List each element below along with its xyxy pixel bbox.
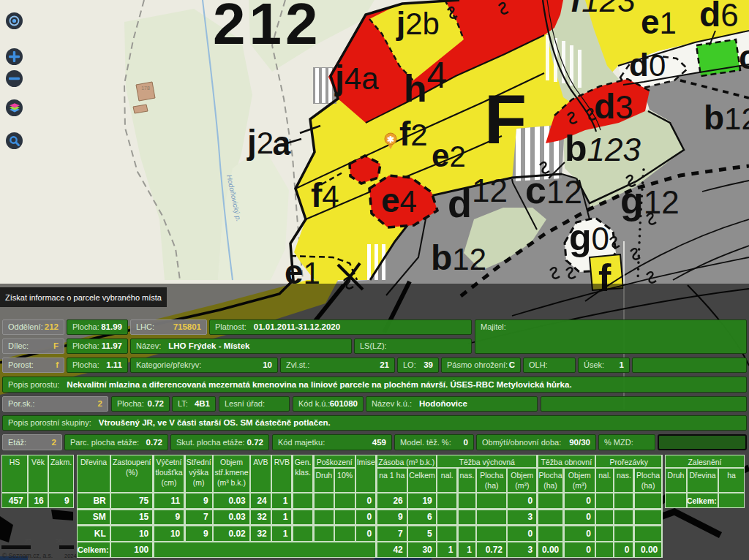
group-header-Zásoba (m³ b.k.): Zásoba (m³ b.k.) xyxy=(377,455,436,467)
locate-button[interactable] xyxy=(6,12,23,29)
table-row-cell xyxy=(477,526,506,541)
stand-label-c12: c12 xyxy=(525,169,582,211)
zoom-in-button[interactable] xyxy=(6,48,23,65)
field-label: LT: xyxy=(173,399,188,408)
stand-label-e2: e2 xyxy=(432,137,466,173)
field-value: 10 xyxy=(263,360,272,369)
table-row-cell: 32 xyxy=(251,510,271,525)
field-label: Skut. plocha etáže: xyxy=(171,438,245,447)
sub-header-Objem: Objem(m³) xyxy=(565,469,595,492)
table-row-cell xyxy=(635,510,661,525)
field-value: 21 xyxy=(380,360,389,369)
field-label: Popis porostu: xyxy=(3,380,59,389)
field-plocha-: Plocha:1.11 xyxy=(67,357,128,374)
field-value: LHO Frýdek - Místek xyxy=(168,341,249,350)
group-header-Těžba výchovná: Těžba výchovná xyxy=(437,455,536,467)
field-label: Popis porostní skupiny: xyxy=(3,418,91,427)
total-cell: 0 xyxy=(565,542,595,557)
field-label: Úsek: xyxy=(579,360,604,369)
table-row-cell xyxy=(477,493,506,508)
table-row-cell: 10 xyxy=(154,526,184,541)
search-icon xyxy=(9,135,20,147)
field-value: 90/30 xyxy=(569,438,590,447)
table-row-cell: 0 xyxy=(508,493,536,508)
table-row-cell xyxy=(596,493,613,508)
field-label: Kód majetku: xyxy=(273,438,325,447)
table-row-cell: 6 xyxy=(408,510,436,525)
field-empty xyxy=(541,396,747,412)
building-footprint xyxy=(136,82,155,101)
col-header-Střední: Střednívýška(m) xyxy=(186,455,212,492)
search-button[interactable] xyxy=(6,132,23,149)
field-model-t-%-: Model. těž. %:0 xyxy=(394,434,474,450)
field-k-d-k-: Kód k.ú.:601080 xyxy=(293,396,364,412)
field-olh-: OLH: xyxy=(523,357,576,374)
stand-label-j4a: j4a xyxy=(334,58,379,97)
field--sek-: Úsek:1 xyxy=(578,357,630,374)
zoom-out-button[interactable] xyxy=(6,70,23,87)
table-row-cell xyxy=(437,526,456,541)
col-header-Dřevina: Dřevina xyxy=(78,455,110,492)
table-row-cell xyxy=(635,526,661,541)
field-label: Plocha: xyxy=(112,399,144,408)
sub-header-Plocha: Plocha(ha) xyxy=(477,469,506,492)
field-value: 715801 xyxy=(173,322,201,331)
sub-header-nal.: nal. xyxy=(437,469,456,492)
zalesneni-row-cell xyxy=(666,493,686,507)
field-ls-lz-: LS(LZ): xyxy=(354,338,472,355)
table-row-cell: 0 xyxy=(565,493,595,508)
layers-button[interactable] xyxy=(6,99,23,116)
field-zvl-st-: Zvl.st.:21 xyxy=(280,357,395,374)
parcel-green-d6 xyxy=(696,39,740,76)
sub-header-na 1 ha: na 1 ha xyxy=(377,469,407,492)
stand-label-F: F xyxy=(484,80,527,158)
field-label: Plocha: xyxy=(67,322,99,331)
field-label: LS(LZ): xyxy=(355,341,387,350)
field-plocha-: Plocha:0.72 xyxy=(111,396,170,412)
col-header-Věk: Věk xyxy=(29,455,48,492)
total-cell: 100 xyxy=(111,542,152,557)
field-value: 601080 xyxy=(330,399,358,408)
field-value: Nekvalitní mlazina a diferencovaná mezer… xyxy=(67,380,571,389)
table-row-cell: 0 xyxy=(356,493,375,508)
field-value: F xyxy=(53,341,59,350)
table-row-cell: 3 xyxy=(508,510,536,525)
sub-header-10%: 10% xyxy=(335,469,354,492)
field-label: Model. těž. %: xyxy=(395,438,451,447)
left-row-value: 9 xyxy=(49,493,73,507)
field-label: Lesní úřad: xyxy=(219,399,265,408)
field-lt-: LT:4B1 xyxy=(172,396,216,412)
group-header-zalesneni: Zalesnění xyxy=(666,455,744,467)
field-label: Oddělení: xyxy=(3,322,43,331)
field-value: C xyxy=(509,360,515,369)
total-merged-cell xyxy=(154,542,376,557)
table-row-cell xyxy=(335,526,354,541)
sub-header-nas.: nas. xyxy=(614,469,633,492)
table-row-cell xyxy=(614,526,633,541)
field-value: 81.99 xyxy=(101,322,122,331)
field-k-d-majetku-: Kód majetku:459 xyxy=(272,434,392,450)
table-row-cell: 75 xyxy=(111,493,152,508)
field-n-zev-: Název:LHO Frýdek - Místek xyxy=(130,338,352,355)
col-header-Objem: Objemstř.kmene(m³ b.k.) xyxy=(214,455,249,492)
table-row-cell xyxy=(437,510,456,525)
table-row-cell xyxy=(614,493,633,508)
stand-label-c: c xyxy=(739,38,749,76)
table-row-cell: SM xyxy=(78,510,110,525)
field-value: 11.97 xyxy=(102,341,122,350)
field-label: LHC: xyxy=(131,322,154,331)
zalesneni-row-cell: Celkem: xyxy=(688,493,718,507)
table-row-cell: 0 xyxy=(508,526,536,541)
field-label: Plocha: xyxy=(67,341,99,350)
table-row-cell xyxy=(538,493,563,508)
stand-label-d0: d0 xyxy=(629,47,666,83)
field-empty xyxy=(658,434,747,450)
field-parc-plocha-et-e-: Parc. plocha etáže:0.72 xyxy=(64,434,168,450)
field-label: Majitel: xyxy=(475,320,506,331)
field-empty xyxy=(632,357,747,374)
table-row-cell xyxy=(538,526,563,541)
table-row-cell xyxy=(459,510,475,525)
sub-header-Druh: Druh xyxy=(315,469,334,492)
table-row-cell xyxy=(315,493,334,508)
table-row-cell: 0 xyxy=(356,526,375,541)
